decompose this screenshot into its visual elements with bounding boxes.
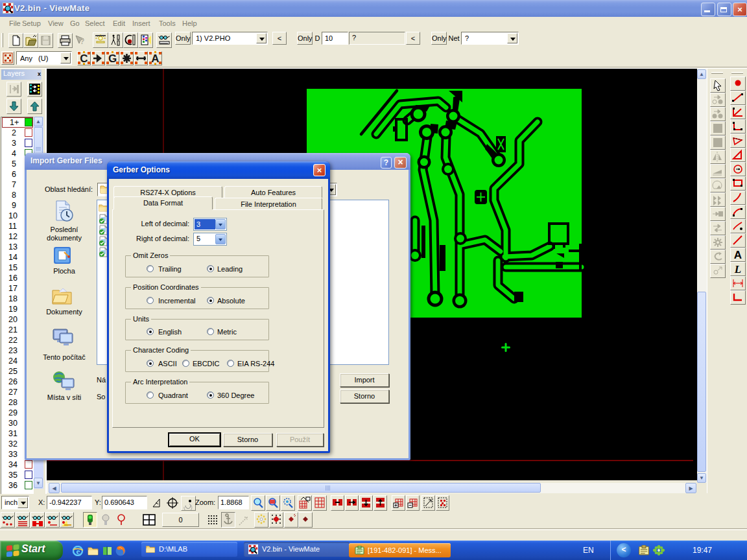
svg-text:G: G bbox=[108, 52, 117, 65]
svg-text:A: A bbox=[151, 52, 159, 65]
svg-text:e: e bbox=[77, 546, 80, 556]
svg-text:L: L bbox=[734, 263, 741, 275]
svg-text:A: A bbox=[734, 249, 742, 261]
svg-text:?: ? bbox=[80, 37, 84, 46]
svg-text:C: C bbox=[80, 52, 88, 65]
